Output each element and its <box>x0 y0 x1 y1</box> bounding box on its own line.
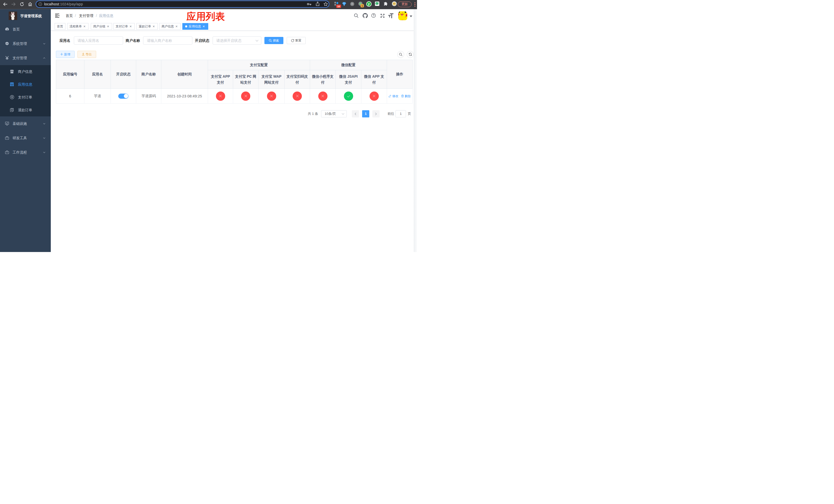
svg-text:⌘: ⌘ <box>351 2 354 5</box>
